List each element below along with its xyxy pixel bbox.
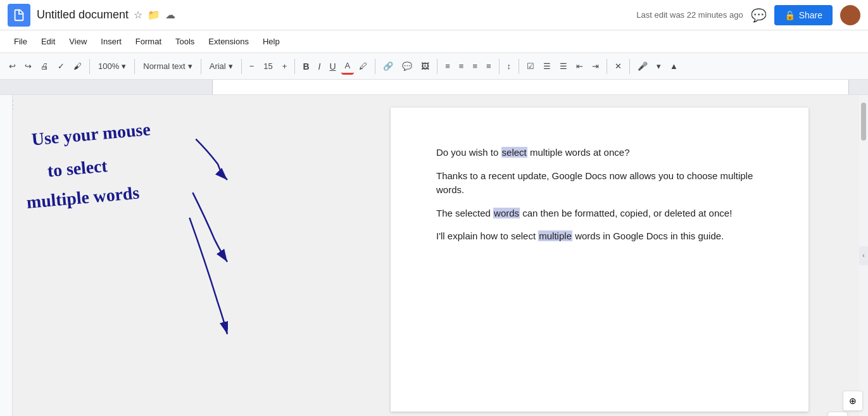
share-label: Share bbox=[799, 10, 822, 20]
cloud-icon[interactable]: ☁ bbox=[165, 9, 175, 21]
p1-highlight: select bbox=[501, 147, 527, 158]
p3-after: can then be formatted, copied, or delete… bbox=[520, 208, 732, 218]
zoom-to-fit-button[interactable]: ⊕ bbox=[843, 391, 863, 411]
menu-bar: File Edit View Insert Format Tools Exten… bbox=[0, 30, 868, 53]
spell-check-button[interactable]: ✓ bbox=[54, 59, 68, 73]
menu-file[interactable]: File bbox=[8, 34, 34, 49]
comment-button[interactable]: 💬 bbox=[751, 8, 767, 23]
user-avatar[interactable] bbox=[840, 5, 860, 25]
separator-6 bbox=[375, 59, 375, 74]
ruler-inner bbox=[0, 80, 868, 94]
document-text: Do you wish to select multiple words at … bbox=[436, 146, 763, 244]
font-selector[interactable]: Arial ▾ bbox=[205, 60, 237, 73]
zoom-selector[interactable]: 100% ▾ bbox=[94, 60, 130, 73]
lock-icon: 🔒 bbox=[784, 10, 795, 20]
menu-insert[interactable]: Insert bbox=[94, 34, 128, 49]
menu-edit[interactable]: Edit bbox=[35, 34, 61, 49]
scrollbar-thumb[interactable] bbox=[861, 103, 866, 141]
italic-button[interactable]: I bbox=[315, 59, 325, 74]
svg-text:Use your mouse: Use your mouse bbox=[31, 119, 151, 149]
paragraph-1: Do you wish to select multiple words at … bbox=[436, 146, 763, 160]
p2-text: Thanks to a recent update, Google Docs n… bbox=[436, 170, 753, 196]
paragraph-3: The selected words can then be formatted… bbox=[436, 206, 763, 221]
clear-formatting-button[interactable]: ✕ bbox=[611, 59, 626, 73]
bottom-bar: ⊕ bbox=[840, 388, 865, 413]
increase-font-button[interactable]: + bbox=[279, 59, 291, 73]
last-edit-text: Last edit was 22 minutes ago bbox=[636, 10, 743, 20]
paragraph-2: Thanks to a recent update, Google Docs n… bbox=[436, 169, 763, 198]
checklist-button[interactable]: ☑ bbox=[523, 59, 538, 73]
separator-1 bbox=[89, 59, 90, 74]
align-justify-button[interactable]: ≡ bbox=[482, 59, 495, 73]
style-dropdown-icon: ▾ bbox=[188, 61, 192, 71]
menu-format[interactable]: Format bbox=[129, 34, 168, 49]
separator-2 bbox=[134, 59, 135, 74]
scrollbar-area[interactable]: ‹ bbox=[859, 95, 868, 416]
menu-tools[interactable]: Tools bbox=[169, 34, 201, 49]
align-center-button[interactable]: ≡ bbox=[455, 59, 468, 73]
p4-before: I'll explain how to select bbox=[436, 230, 538, 241]
svg-text:multiple words: multiple words bbox=[26, 182, 141, 211]
paint-format-button[interactable]: 🖌 bbox=[70, 59, 85, 73]
p3-highlight: words bbox=[493, 208, 520, 218]
document-title[interactable]: Untitled document bbox=[37, 8, 129, 22]
ruler-scale bbox=[212, 80, 849, 94]
separator-8 bbox=[499, 59, 500, 74]
line-spacing-button[interactable]: ↕ bbox=[503, 59, 515, 73]
indent-increase-button[interactable]: ⇥ bbox=[588, 59, 603, 73]
style-selector[interactable]: Normal text ▾ bbox=[139, 60, 196, 73]
menu-view[interactable]: View bbox=[63, 34, 93, 49]
collapse-toolbar-button[interactable]: ▲ bbox=[666, 59, 682, 73]
document-page[interactable]: Do you wish to select multiple words at … bbox=[391, 108, 808, 412]
paragraph-4: I'll explain how to select multiple word… bbox=[436, 229, 763, 244]
print-button[interactable]: 🖨 bbox=[37, 59, 53, 73]
bullet-list-button[interactable]: ☰ bbox=[539, 59, 555, 73]
bold-button[interactable]: B bbox=[299, 59, 313, 74]
p4-highlight: multiple bbox=[538, 230, 572, 241]
svg-text:to select: to select bbox=[46, 156, 108, 180]
font-value: Arial bbox=[210, 61, 226, 71]
style-value: Normal text bbox=[143, 61, 185, 71]
undo-button[interactable]: ↩ bbox=[5, 59, 20, 73]
menu-help[interactable]: Help bbox=[256, 34, 286, 49]
font-dropdown-icon: ▾ bbox=[229, 61, 233, 71]
star-icon[interactable]: ☆ bbox=[134, 9, 142, 21]
decrease-font-button[interactable]: − bbox=[246, 59, 258, 73]
separator-3 bbox=[201, 59, 201, 74]
expand-sidebar-button[interactable]: ‹ bbox=[859, 246, 868, 265]
title-bar: Untitled document ☆ 📁 ☁ Last edit was 22… bbox=[0, 0, 868, 30]
p1-before: Do you wish to bbox=[436, 147, 501, 158]
align-right-button[interactable]: ≡ bbox=[469, 59, 481, 73]
numbered-list-button[interactable]: ☰ bbox=[556, 59, 571, 73]
folder-icon[interactable]: 📁 bbox=[148, 9, 160, 21]
menu-extensions[interactable]: Extensions bbox=[202, 34, 255, 49]
p3-before: The selected bbox=[436, 208, 493, 218]
p1-after: multiple words at once? bbox=[527, 147, 630, 158]
page-wrapper: Use your mouse to select multiple words … bbox=[13, 95, 859, 416]
voice-typing-button[interactable]: 🎤 bbox=[634, 59, 651, 73]
vertical-ruler bbox=[0, 95, 13, 416]
more-options-button[interactable]: ▾ bbox=[653, 59, 665, 73]
share-button[interactable]: 🔒 Share bbox=[774, 5, 833, 25]
separator-5 bbox=[294, 59, 295, 74]
underline-button[interactable]: U bbox=[325, 59, 339, 74]
highlight-color-button[interactable]: 🖊 bbox=[355, 59, 371, 73]
text-color-button[interactable]: A bbox=[341, 58, 355, 75]
redo-button[interactable]: ↪ bbox=[21, 59, 35, 73]
docs-logo[interactable] bbox=[8, 4, 30, 27]
link-button[interactable]: 🔗 bbox=[379, 59, 397, 73]
zoom-value: 100% bbox=[98, 61, 119, 71]
font-size-value: 15 bbox=[263, 61, 272, 71]
p4-after: words in Google Docs in this guide. bbox=[572, 230, 724, 241]
separator-7 bbox=[437, 59, 437, 74]
image-button[interactable]: 🖼 bbox=[417, 59, 433, 73]
separator-4 bbox=[241, 59, 242, 74]
separator-11 bbox=[629, 59, 630, 74]
comment-inline-button[interactable]: 💬 bbox=[398, 59, 416, 73]
separator-10 bbox=[607, 59, 607, 74]
zoom-dropdown-icon: ▾ bbox=[122, 61, 126, 71]
main-area: ☰ Use your mouse to select multiple word… bbox=[0, 95, 868, 416]
font-size-selector[interactable]: 15 bbox=[259, 60, 277, 73]
indent-decrease-button[interactable]: ⇤ bbox=[572, 59, 587, 73]
align-left-button[interactable]: ≡ bbox=[441, 59, 454, 73]
